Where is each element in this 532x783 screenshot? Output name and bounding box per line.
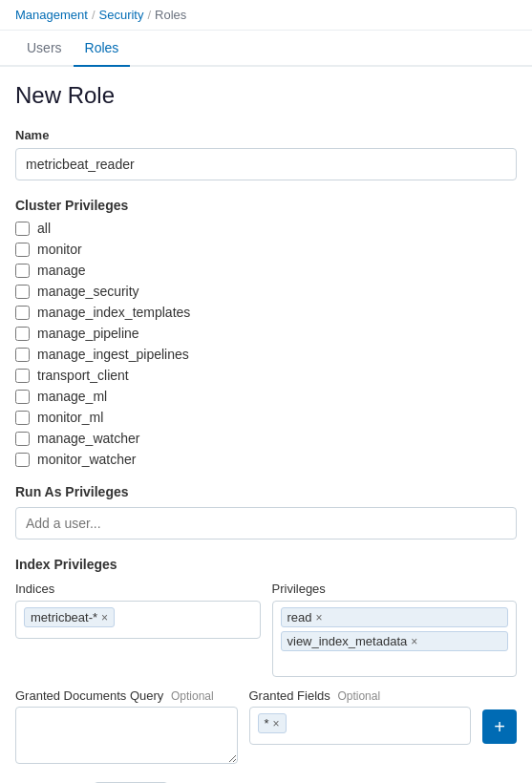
cluster-priv-manage-ml-label: manage_ml (37, 389, 107, 404)
granted-field-tag-star: * × (258, 713, 287, 733)
cluster-priv-manage-watcher[interactable]: manage_watcher (15, 431, 517, 446)
name-label: Name (15, 128, 517, 142)
cluster-privileges-section: Cluster Privileges all monitor manage ma… (15, 198, 517, 467)
granted-fields-col: Granted Fields Optional * × (249, 688, 472, 745)
cluster-priv-manage-ml[interactable]: manage_ml (15, 389, 517, 404)
cluster-priv-monitor-label: monitor (37, 242, 82, 257)
index-tag-metricbeat-value: metricbeat-* (31, 610, 97, 624)
main-content: New Role Name Cluster Privileges all mon… (0, 67, 532, 783)
cluster-priv-monitor-ml[interactable]: monitor_ml (15, 410, 517, 425)
cluster-priv-manage-index-templates-checkbox[interactable] (15, 306, 30, 320)
page-title: New Role (15, 82, 517, 109)
indices-privileges-row: Indices metricbeat-* × Privileges read × (15, 582, 517, 677)
privileges-tag-box[interactable]: read × view_index_metadata × (272, 601, 518, 677)
run-as-section: Run As Privileges (15, 484, 517, 540)
index-privileges-section: Index Privileges Indices metricbeat-* × … (15, 557, 517, 767)
cluster-priv-manage-security[interactable]: manage_security (15, 284, 517, 299)
indices-tag-input[interactable]: metricbeat-* × (15, 601, 261, 639)
cluster-priv-transport-client[interactable]: transport_client (15, 368, 517, 383)
priv-tag-view-index-metadata: view_index_metadata × (281, 631, 509, 651)
add-index-privilege-button[interactable]: + (482, 709, 517, 744)
granted-field-tag-star-value: * (265, 716, 269, 730)
cluster-priv-monitor-watcher-checkbox[interactable] (15, 453, 30, 467)
cluster-priv-manage-ingest-pipelines-checkbox[interactable] (15, 348, 30, 362)
run-as-input[interactable] (15, 507, 517, 540)
granted-docs-label: Granted Documents Query Optional (15, 688, 238, 703)
granted-docs-col: Granted Documents Query Optional (15, 688, 238, 767)
cluster-priv-monitor-watcher[interactable]: monitor_watcher (15, 452, 517, 467)
granted-docs-optional: Optional (171, 689, 214, 703)
cluster-priv-manage-security-label: manage_security (37, 284, 139, 299)
granted-fields-optional: Optional (337, 689, 380, 703)
cluster-priv-manage-pipeline-checkbox[interactable] (15, 327, 30, 341)
indices-col: Indices metricbeat-* × (15, 582, 261, 677)
breadcrumb-management[interactable]: Management (15, 8, 88, 22)
priv-tag-read-value: read (287, 610, 312, 624)
cluster-privileges-title: Cluster Privileges (15, 198, 517, 213)
tab-users[interactable]: Users (15, 31, 74, 67)
cluster-privileges-list: all monitor manage manage_security manag… (15, 221, 517, 467)
cluster-priv-transport-client-checkbox[interactable] (15, 369, 30, 383)
indices-label: Indices (15, 582, 261, 596)
cluster-priv-manage-ingest-pipelines-label: manage_ingest_pipelines (37, 347, 189, 362)
index-tag-metricbeat: metricbeat-* × (24, 607, 115, 627)
cluster-priv-monitor-checkbox[interactable] (15, 243, 30, 257)
cluster-priv-manage-checkbox[interactable] (15, 264, 30, 278)
cluster-priv-manage-security-checkbox[interactable] (15, 285, 30, 299)
cluster-priv-all-checkbox[interactable] (15, 222, 30, 236)
privileges-label: Privileges (272, 582, 518, 596)
priv-tag-read: read × (281, 607, 509, 627)
cluster-priv-monitor-watcher-label: monitor_watcher (37, 452, 137, 467)
tabs-bar: Users Roles (0, 31, 532, 67)
granted-field-tag-star-remove[interactable]: × (273, 718, 280, 730)
breadcrumb-sep-1: / (92, 8, 96, 22)
cluster-priv-manage-pipeline-label: manage_pipeline (37, 326, 139, 341)
run-as-title: Run As Privileges (15, 484, 517, 499)
cluster-priv-manage-index-templates[interactable]: manage_index_templates (15, 305, 517, 320)
cluster-priv-all[interactable]: all (15, 221, 517, 236)
cluster-priv-monitor-ml-checkbox[interactable] (15, 411, 30, 425)
cluster-priv-manage-ml-checkbox[interactable] (15, 390, 30, 404)
breadcrumb-roles: Roles (155, 8, 186, 22)
index-privileges-title: Index Privileges (15, 557, 517, 572)
granted-fields-label: Granted Fields Optional (249, 688, 472, 703)
breadcrumb-sep-2: / (147, 8, 151, 22)
name-input[interactable] (15, 148, 517, 180)
cluster-priv-monitor-ml-label: monitor_ml (37, 410, 103, 425)
breadcrumb-security[interactable]: Security (99, 8, 144, 22)
priv-tag-view-index-metadata-remove[interactable]: × (411, 636, 417, 647)
cluster-priv-all-label: all (37, 221, 51, 236)
tab-roles[interactable]: Roles (74, 31, 131, 67)
granted-docs-input[interactable] (15, 707, 238, 764)
privileges-col: Privileges read × view_index_metadata × (272, 582, 518, 677)
cluster-priv-manage-index-templates-label: manage_index_templates (37, 305, 190, 320)
granted-row: Granted Documents Query Optional Granted… (15, 688, 517, 767)
breadcrumb: Management / Security / Roles (0, 0, 532, 31)
cluster-priv-manage[interactable]: manage (15, 263, 517, 278)
cluster-priv-manage-pipeline[interactable]: manage_pipeline (15, 326, 517, 341)
cluster-priv-manage-ingest-pipelines[interactable]: manage_ingest_pipelines (15, 347, 517, 362)
granted-fields-tag-box[interactable]: * × (249, 707, 472, 745)
cluster-priv-manage-label: manage (37, 263, 86, 278)
cluster-priv-transport-client-label: transport_client (37, 368, 129, 383)
cluster-priv-manage-watcher-checkbox[interactable] (15, 432, 30, 446)
index-tag-metricbeat-remove[interactable]: × (101, 612, 108, 624)
priv-tag-view-index-metadata-value: view_index_metadata (287, 634, 408, 648)
priv-tag-read-remove[interactable]: × (316, 612, 323, 624)
cluster-priv-manage-watcher-label: manage_watcher (37, 431, 139, 446)
cluster-priv-monitor[interactable]: monitor (15, 242, 517, 257)
